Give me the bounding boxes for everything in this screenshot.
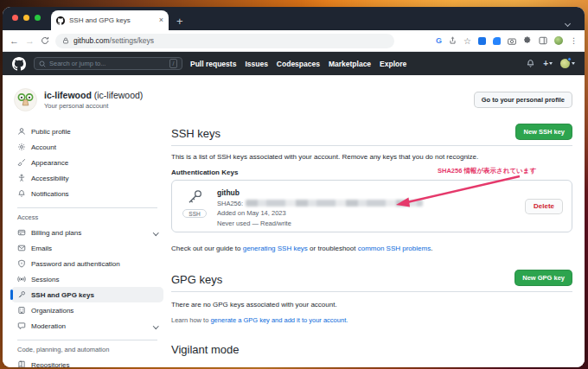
notifications-bell-icon[interactable] — [526, 59, 535, 68]
url-path: /settings/keys — [110, 36, 155, 45]
generate-gpg-key-link[interactable]: generate a GPG key and add it to your ac… — [210, 316, 348, 324]
gear-icon — [17, 143, 26, 151]
minimize-window-button[interactable] — [23, 15, 29, 21]
nav-codespaces[interactable]: Codespaces — [277, 60, 320, 68]
ssh-key-title: github — [217, 188, 516, 197]
search-shortcut-badge: / — [169, 59, 177, 68]
ssh-key-icon-column: SSH — [181, 188, 208, 218]
redacted-fingerprint — [246, 200, 423, 207]
sidebar-item-sessions[interactable]: Sessions — [11, 271, 163, 287]
ssh-guide-text: Check out our guide to generating SSH ke… — [171, 245, 572, 252]
annotation-text: SHA256 情報が表示されています — [438, 167, 536, 175]
sidebar-item-ssh-gpg-keys[interactable]: SSH and GPG keys — [11, 287, 163, 302]
share-icon[interactable] — [449, 36, 457, 45]
shield-lock-icon — [17, 259, 26, 268]
desktop-background: SSH and GPG keys × + ← → github.com/sett… — [0, 0, 588, 369]
ssh-key-fingerprint: SHA256: — [217, 200, 516, 207]
github-logo-icon[interactable] — [12, 57, 26, 71]
ssh-key-card: SSH github SHA256: Added on May 14, 2023… — [171, 180, 572, 232]
extension-blue-icon[interactable] — [478, 37, 486, 45]
github-search-box[interactable]: / — [34, 57, 182, 70]
ssh-type-badge: SSH — [182, 209, 206, 218]
gpg-learn-text: Learn how to generate a GPG key and add … — [171, 316, 572, 324]
generating-ssh-keys-link[interactable]: generating SSH keys — [243, 245, 308, 252]
comment-icon — [17, 321, 26, 330]
gpg-keys-title: GPG keys — [171, 273, 222, 286]
address-bar[interactable]: github.com/settings/keys — [55, 34, 394, 48]
extension-docs-icon[interactable] — [493, 37, 501, 45]
close-window-button[interactable] — [12, 15, 18, 21]
window-controls — [12, 15, 41, 21]
maximize-window-button[interactable] — [35, 15, 41, 21]
chevron-down-icon — [572, 62, 575, 65]
back-button[interactable]: ← — [10, 36, 19, 46]
sidebar-item-notifications[interactable]: Notifications — [11, 186, 163, 201]
ssh-keys-title: SSH keys — [171, 127, 220, 140]
profile-identity: ic-lifewood (ic-lifewood) Your personal … — [44, 90, 143, 110]
profile-menu[interactable] — [560, 59, 575, 68]
repo-icon — [17, 360, 26, 367]
go-to-profile-button[interactable]: Go to your personal profile — [474, 92, 572, 108]
sidebar-item-billing[interactable]: Billing and plans — [11, 225, 163, 240]
vigilant-mode-title: Vigilant mode — [171, 343, 572, 356]
active-tab[interactable]: SSH and GPG keys × — [51, 10, 169, 30]
new-tab-button[interactable]: + — [176, 16, 183, 27]
accessibility-icon — [17, 174, 26, 182]
side-panel-icon[interactable] — [539, 36, 547, 45]
github-header-right: + — [526, 59, 575, 68]
search-input[interactable] — [49, 60, 166, 67]
mail-icon — [17, 244, 26, 252]
ssh-key-usage: Never used — Read/write — [217, 219, 516, 227]
browser-tab-strip: SSH and GPG keys × + — [3, 7, 585, 30]
sidebar-item-accessibility[interactable]: Accessibility — [11, 170, 163, 186]
settings-main: SSH keys New SSH key This is a list of S… — [171, 124, 572, 367]
gpg-keys-header: GPG keys New GPG key — [171, 270, 572, 292]
tab-search-chevron-icon[interactable] — [566, 14, 572, 21]
settings-sidebar: Public profile Account Appearance Access… — [11, 124, 163, 367]
header-avatar — [560, 59, 570, 68]
nav-pull-requests[interactable]: Pull requests — [190, 60, 236, 68]
sidebar-divider — [17, 340, 157, 340]
sidebar-item-repositories[interactable]: Repositories — [11, 357, 163, 367]
create-new-button[interactable]: + — [543, 59, 553, 68]
common-ssh-problems-link[interactable]: common SSH problems — [358, 245, 431, 252]
credit-card-icon — [17, 228, 26, 237]
url-host: github.com — [74, 36, 110, 45]
ssh-key-details: github SHA256: Added on May 14, 2023 Nev… — [217, 188, 516, 227]
browser-window: SSH and GPG keys × + ← → github.com/sett… — [3, 7, 585, 367]
broadcast-icon — [17, 275, 26, 283]
key-icon — [186, 188, 204, 207]
sidebar-divider — [17, 207, 157, 208]
sidebar-item-public-profile[interactable]: Public profile — [11, 124, 163, 139]
ssh-key-added-date: Added on May 14, 2023 — [217, 209, 516, 217]
sidebar-item-password-authentication[interactable]: Password and authentication — [11, 256, 163, 271]
sidebar-item-appearance[interactable]: Appearance — [11, 155, 163, 170]
sidebar-item-organizations[interactable]: Organizations — [11, 302, 163, 318]
user-avatar[interactable] — [14, 88, 37, 111]
github-main-nav: Pull requests Issues Codespaces Marketpl… — [190, 60, 406, 68]
browser-menu-icon[interactable]: ⋮ — [570, 36, 578, 45]
extensions-puzzle-icon[interactable] — [523, 36, 532, 45]
camera-extension-icon[interactable] — [508, 37, 516, 45]
nav-issues[interactable]: Issues — [245, 60, 267, 68]
delete-key-button[interactable]: Delete — [525, 199, 563, 214]
sidebar-item-emails[interactable]: Emails — [11, 240, 163, 256]
new-ssh-key-button[interactable]: New SSH key — [515, 124, 572, 140]
sidebar-item-account[interactable]: Account — [11, 139, 163, 155]
forward-button[interactable]: → — [25, 36, 35, 46]
nav-marketplace[interactable]: Marketplace — [329, 60, 371, 68]
sidebar-section-access: Access — [11, 213, 163, 221]
paintbrush-icon — [17, 158, 26, 167]
notification-dot — [567, 57, 572, 61]
sidebar-item-moderation[interactable]: Moderation — [11, 318, 163, 334]
chrome-profile-avatar[interactable] — [554, 36, 563, 45]
sidebar-section-code-planning: Code, planning, and automation — [11, 346, 163, 353]
browser-toolbar: ← → github.com/settings/keys G ☆ ⋮ — [3, 30, 585, 52]
chevron-down-icon — [549, 62, 553, 65]
close-tab-icon[interactable]: × — [159, 16, 163, 24]
bookmark-star-icon[interactable]: ☆ — [463, 36, 471, 46]
new-gpg-key-button[interactable]: New GPG key — [514, 270, 572, 286]
google-icon[interactable]: G — [436, 36, 442, 45]
nav-explore[interactable]: Explore — [380, 60, 406, 68]
reload-button[interactable] — [41, 36, 49, 45]
